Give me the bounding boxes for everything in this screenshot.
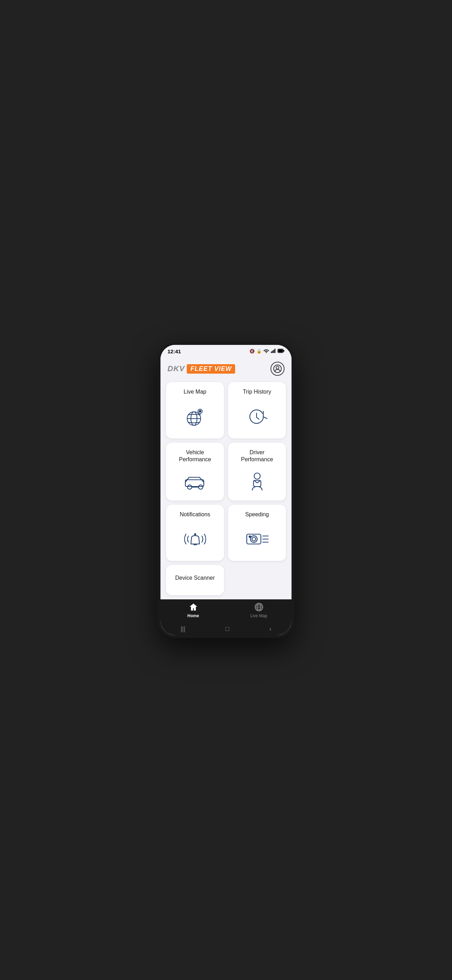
svg-rect-1 [272,350,273,353]
card-title-live-map: Live Map [184,388,206,396]
status-time: 12:41 [167,348,181,354]
card-device-scanner[interactable]: Device Scanner [166,565,224,595]
speed-camera-icon [245,523,269,555]
card-vehicle-performance[interactable]: VehiclePerformance [166,443,224,501]
signal-icon [271,349,276,354]
android-recent-btn[interactable]: ||| [180,625,185,633]
driver-icon [245,468,269,495]
bottom-nav: Home Live Map [161,599,291,624]
mute-icon: 🔇 [250,349,255,354]
battery-icon [277,349,285,354]
phone-frame: 12:41 🔇 🔒 [158,342,294,638]
svg-rect-0 [271,352,272,353]
android-nav: ||| □ ‹ [161,624,291,635]
clock-history-icon [245,401,269,433]
svg-point-22 [250,536,257,542]
nav-home-label: Home [188,613,199,618]
logo-container: DKV FLEET VIEW [167,364,235,374]
van-icon [183,468,207,495]
nav-home[interactable]: Home [161,602,226,618]
android-back-btn[interactable]: ‹ [269,625,272,633]
svg-point-13 [199,410,201,412]
svg-rect-2 [273,350,274,353]
nav-live-map[interactable]: Live Map [226,602,291,618]
card-title-notifications: Notifications [180,511,210,519]
svg-point-8 [276,366,279,369]
globe-pin-icon [183,401,207,433]
svg-rect-6 [278,349,283,352]
app-content: DKV FLEET VIEW Live Map [161,358,291,599]
card-title-speeding: Speeding [245,511,269,519]
logo-dkv: DKV [167,364,185,373]
grid-container: Live Map [161,379,291,599]
svg-point-16 [198,485,202,489]
status-bar: 12:41 🔇 🔒 [161,345,291,358]
svg-rect-5 [283,350,285,352]
svg-rect-3 [275,349,276,353]
svg-point-24 [249,536,250,537]
logo-fleet-view: FLEET VIEW [187,364,235,374]
card-title-vehicle-performance: VehiclePerformance [179,449,211,464]
svg-point-23 [252,537,256,541]
status-icons: 🔇 🔒 [250,349,285,354]
card-title-device-scanner: Device Scanner [175,574,215,582]
svg-point-15 [188,485,192,489]
svg-point-20 [194,534,196,535]
card-title-trip-history: Trip History [243,388,271,396]
bell-icon [183,523,207,555]
card-title-driver-performance: DriverPerformance [241,449,273,464]
android-home-btn[interactable]: □ [226,625,229,633]
card-driver-performance[interactable]: DriverPerformance [228,443,286,501]
nav-live-map-label: Live Map [250,613,267,618]
svg-point-18 [254,473,260,479]
card-speeding[interactable]: Speeding [228,505,286,561]
app-header: DKV FLEET VIEW [161,358,291,379]
profile-button[interactable] [271,362,285,376]
card-live-map[interactable]: Live Map [166,382,224,439]
wifi-icon [264,349,269,354]
card-notifications[interactable]: Notifications [166,505,224,561]
card-trip-history[interactable]: Trip History [228,382,286,439]
lock-icon: 🔒 [256,349,262,354]
